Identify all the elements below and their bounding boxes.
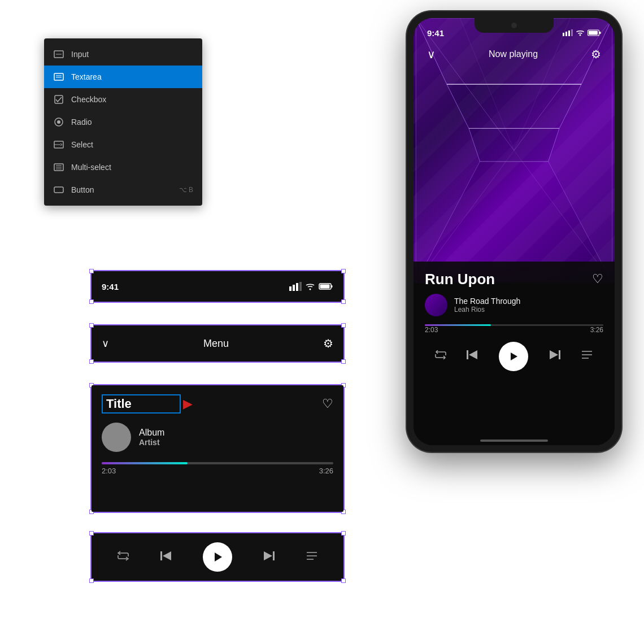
phone-prev-icon[interactable] [466,349,478,363]
context-menu: Input Textarea Checkbox Radio [44,38,202,206]
svg-marker-55 [511,353,517,360]
phone-mockup: 9:41 [407,11,621,452]
controls-bar [92,533,343,581]
phone-track-artist: Leah Rios [454,306,520,314]
menu-bar-frame: ∨ Menu ⚙ [90,324,345,363]
player-album-row: Album Artist [102,423,333,452]
menu-item-select-label: Select [71,140,93,149]
title-input[interactable] [102,394,181,414]
handle-tr[interactable] [341,269,346,273]
textarea-icon [53,71,64,82]
svg-rect-51 [599,32,601,34]
button-shortcut: ⌥ B [179,186,193,194]
progress-bar-fill [102,462,188,464]
back-chevron-icon[interactable]: ∨ [102,337,109,350]
menu-item-checkbox[interactable]: Checkbox [44,88,202,111]
status-icons [289,282,333,291]
repeat-icon[interactable] [117,551,129,564]
phone-controls [425,340,603,373]
phone-track-title: The Road Through [454,297,520,306]
phone-settings-icon[interactable]: ⚙ [591,47,601,61]
album-art [102,423,131,452]
phone-outer: 9:41 [407,11,621,452]
favorite-icon[interactable]: ♡ [322,397,333,411]
menu-item-textarea[interactable]: Textarea [44,66,202,88]
handle-br[interactable] [341,299,346,304]
player-frame: ▶ ♡ Album Artist 2:03 3:26 [90,384,345,513]
menu-item-input-label: Input [71,50,89,59]
handle-bl[interactable] [89,578,94,583]
svg-rect-21 [331,285,333,288]
handle-tl[interactable] [89,269,94,273]
phone-track-thumbnail [425,294,447,316]
svg-rect-15 [289,286,291,291]
play-button[interactable] [203,542,232,572]
menu-item-button-label: Button [71,185,94,194]
phone-current-time: 2:03 [425,326,438,334]
wifi-icon [305,282,315,290]
phone-next-icon[interactable] [549,349,561,363]
menu-item-button[interactable]: Button ⌥ B [44,179,202,201]
handle-br[interactable] [341,359,346,364]
input-icon [53,49,64,60]
album-info: Album Artist [139,428,164,447]
phone-times: 2:03 3:26 [425,326,603,334]
svg-marker-24 [163,551,171,560]
menu-item-radio-label: Radio [71,118,92,127]
handle-tl[interactable] [89,531,94,536]
handle-bl[interactable] [89,359,94,364]
svg-rect-17 [296,283,298,291]
svg-marker-54 [469,350,477,359]
settings-icon[interactable]: ⚙ [323,337,333,350]
phone-progress[interactable]: 2:03 3:26 [425,322,603,334]
handle-br[interactable] [341,578,346,583]
progress-container[interactable]: 2:03 3:26 [102,462,333,475]
album-name: Album [139,428,164,438]
phone-home-indicator [480,440,548,442]
queue-icon[interactable] [306,551,318,564]
phone-bottom-panel: Run Upon ♡ The Road Through Leah Rios 2 [414,262,615,445]
svg-marker-39 [469,128,559,162]
svg-marker-57 [550,350,558,359]
menu-item-multiselect-label: Multi-select [71,163,111,172]
phone-notch [475,18,554,33]
phone-header: ∨ Now playing ⚙ [414,43,615,66]
select-icon [53,139,64,150]
phone-favorite-icon[interactable]: ♡ [592,272,603,286]
phone-now-playing-label: Now playing [489,49,538,59]
svg-marker-38 [447,84,581,128]
svg-rect-18 [299,282,302,291]
phone-track-info: The Road Through Leah Rios [454,297,520,314]
phone-queue-icon[interactable] [581,350,593,363]
phone-back-icon[interactable]: ∨ [427,47,436,61]
status-time: 9:41 [102,282,119,291]
phone-repeat-icon[interactable] [435,350,446,362]
svg-rect-53 [467,350,468,359]
menu-item-radio[interactable]: Radio [44,111,202,133]
phone-play-button[interactable] [499,342,528,371]
player-title-row: ▶ ♡ [102,394,333,414]
prev-icon[interactable] [160,550,172,564]
svg-point-7 [57,120,60,124]
menu-item-input[interactable]: Input [44,43,202,66]
svg-rect-45 [563,33,564,36]
handle-bl[interactable] [89,299,94,304]
phone-battery-icon [588,29,601,36]
handle-tr[interactable] [341,323,346,328]
menu-bar-label: Menu [203,338,229,350]
svg-rect-56 [559,350,560,359]
menu-item-checkbox-label: Checkbox [71,95,106,104]
phone-camera [511,23,517,28]
handle-tl[interactable] [89,323,94,328]
battery-icon [319,282,333,290]
radio-icon [53,116,64,128]
svg-marker-25 [215,552,222,562]
menu-item-select[interactable]: Select [44,133,202,156]
handle-tr[interactable] [341,531,346,536]
phone-screen: 9:41 [414,18,615,445]
menu-item-multiselect[interactable]: Multi-select [44,156,202,179]
progress-bar-bg [102,462,333,464]
menu-bar: ∨ Menu ⚙ [92,325,343,362]
next-icon[interactable] [263,550,275,564]
svg-rect-47 [568,31,570,36]
